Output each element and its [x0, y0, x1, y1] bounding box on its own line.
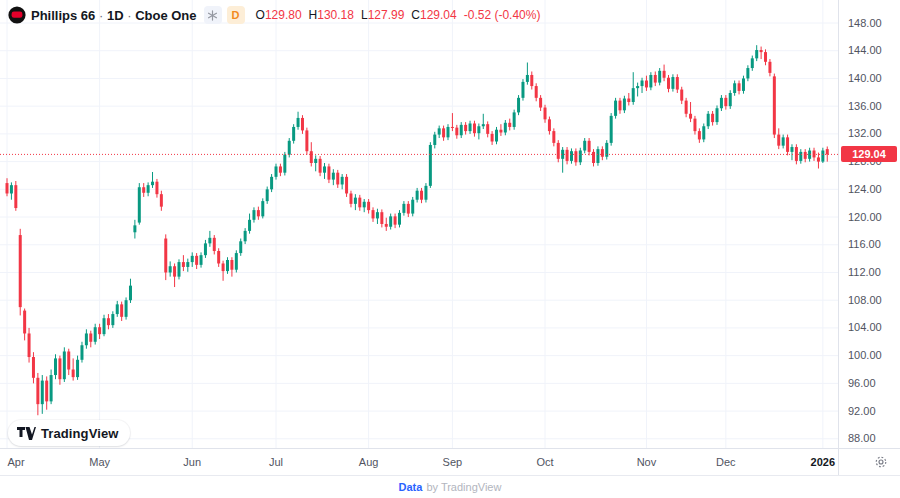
tradingview-logo-pill[interactable]: TradingView [8, 420, 130, 446]
price-tick-label: 88.00 [848, 432, 876, 444]
time-tick-label-jun: Jun [183, 456, 201, 468]
price-tick-label: 116.00 [848, 238, 881, 250]
chart-pane[interactable] [0, 0, 838, 448]
tradingview-chart-window: Phillips 66 · 1D · Cboe One D O129.80 H1… [0, 0, 900, 498]
snowflake-glyph [207, 10, 218, 21]
attribution-bar: Data by TradingView [0, 475, 900, 498]
price-axis[interactable]: 129.04 148.00144.00140.00136.00132.00128… [838, 0, 900, 448]
price-tick-label: 132.00 [848, 127, 882, 139]
separator-dot: · [127, 8, 131, 23]
low-value: L127.99 [361, 8, 404, 22]
interval-badge[interactable]: D [227, 6, 245, 24]
price-tick-label: 120.00 [848, 211, 882, 223]
phillips66-logo-icon[interactable] [8, 6, 26, 24]
price-tick-label: 124.00 [848, 183, 882, 195]
ohlc-readout: O129.80 H130.18 L127.99 C129.04 -0.52 (-… [256, 8, 541, 22]
candles-group [6, 45, 829, 415]
time-tick-label-sep: Sep [443, 456, 463, 468]
time-tick-label-aug: Aug [359, 456, 379, 468]
time-tick-label-2026: 2026 [811, 456, 835, 468]
open-value: O129.80 [256, 8, 302, 22]
symbol-legend: Phillips 66 · 1D · Cboe One D O129.80 H1… [8, 6, 540, 24]
price-tick-label: 140.00 [848, 72, 882, 84]
gridlines [0, 0, 838, 448]
tradingview-tv-icon [17, 427, 36, 440]
price-tick-label: 100.00 [848, 349, 882, 361]
high-value: H130.18 [309, 8, 354, 22]
price-tick-label: 92.00 [848, 405, 876, 417]
exchange-text[interactable]: Cboe One [135, 8, 196, 23]
candlestick-chart[interactable] [0, 0, 838, 448]
time-axis[interactable]: AprMayJunJulAugSepOctNovDec2026 [0, 448, 838, 475]
price-tick-label: 108.00 [848, 294, 882, 306]
axis-corner [838, 448, 900, 475]
time-tick-label-oct: Oct [536, 456, 553, 468]
price-tick-label: 148.00 [848, 17, 882, 29]
snowflake-icon[interactable] [204, 6, 222, 24]
price-tick-label: 96.00 [848, 377, 876, 389]
gear-icon[interactable] [874, 455, 888, 469]
data-link[interactable]: Data [399, 481, 423, 493]
time-tick-label-dec: Dec [716, 456, 736, 468]
time-tick-label-nov: Nov [637, 456, 657, 468]
close-value: C129.04 [411, 8, 456, 22]
time-tick-label-may: May [89, 456, 110, 468]
price-tick-label: 112.00 [848, 266, 881, 278]
change-value: -0.52 (-0.40%) [464, 8, 541, 22]
attribution-text: by TradingView [426, 481, 501, 493]
symbol-title[interactable]: Phillips 66 · 1D · Cboe One [31, 8, 197, 23]
separator-dot: · [99, 8, 103, 23]
time-tick-label-jul: Jul [269, 456, 283, 468]
price-tick-label: 136.00 [848, 100, 882, 112]
price-tick-label: 104.00 [848, 321, 882, 333]
last-price-label: 129.04 [841, 146, 897, 162]
time-tick-label-apr: Apr [7, 456, 24, 468]
tradingview-logo-text: TradingView [41, 426, 118, 441]
price-tick-label: 144.00 [848, 44, 882, 56]
interval-text[interactable]: 1D [107, 8, 124, 23]
